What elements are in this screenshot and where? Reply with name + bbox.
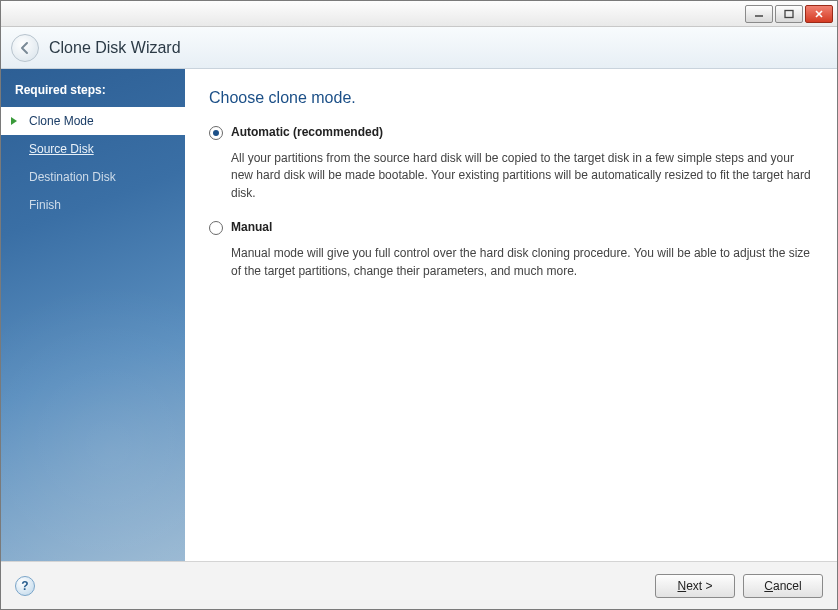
option-manual-label: Manual [231, 220, 272, 234]
maximize-button[interactable] [775, 5, 803, 23]
footer: ? Next > Cancel [1, 561, 837, 609]
wizard-title: Clone Disk Wizard [49, 39, 181, 57]
page-title: Choose clone mode. [209, 89, 813, 107]
minimize-button[interactable] [745, 5, 773, 23]
step-source-disk[interactable]: Source Disk [1, 135, 185, 163]
main-panel: Choose clone mode. Automatic (recommende… [185, 69, 837, 561]
close-button[interactable] [805, 5, 833, 23]
svg-rect-1 [785, 10, 793, 17]
next-button-rest: ext > [686, 579, 712, 593]
help-icon[interactable]: ? [15, 576, 35, 596]
step-finish: Finish [1, 191, 185, 219]
cancel-button-rest: ancel [773, 579, 802, 593]
titlebar [1, 1, 837, 27]
option-manual[interactable]: Manual [209, 220, 813, 235]
option-manual-description: Manual mode will give you full control o… [231, 245, 813, 280]
body: Required steps: Clone Mode Source Disk D… [1, 69, 837, 561]
step-clone-mode[interactable]: Clone Mode [1, 107, 185, 135]
cancel-button[interactable]: Cancel [743, 574, 823, 598]
radio-manual[interactable] [209, 221, 223, 235]
header: Clone Disk Wizard [1, 27, 837, 69]
next-button[interactable]: Next > [655, 574, 735, 598]
option-automatic-label: Automatic (recommended) [231, 125, 383, 139]
option-automatic-description: All your partitions from the source hard… [231, 150, 813, 202]
option-automatic[interactable]: Automatic (recommended) [209, 125, 813, 140]
step-destination-disk: Destination Disk [1, 163, 185, 191]
radio-automatic[interactable] [209, 126, 223, 140]
sidebar-header: Required steps: [1, 75, 185, 107]
wizard-window: Clone Disk Wizard Required steps: Clone … [0, 0, 838, 610]
sidebar: Required steps: Clone Mode Source Disk D… [1, 69, 185, 561]
back-button[interactable] [11, 34, 39, 62]
